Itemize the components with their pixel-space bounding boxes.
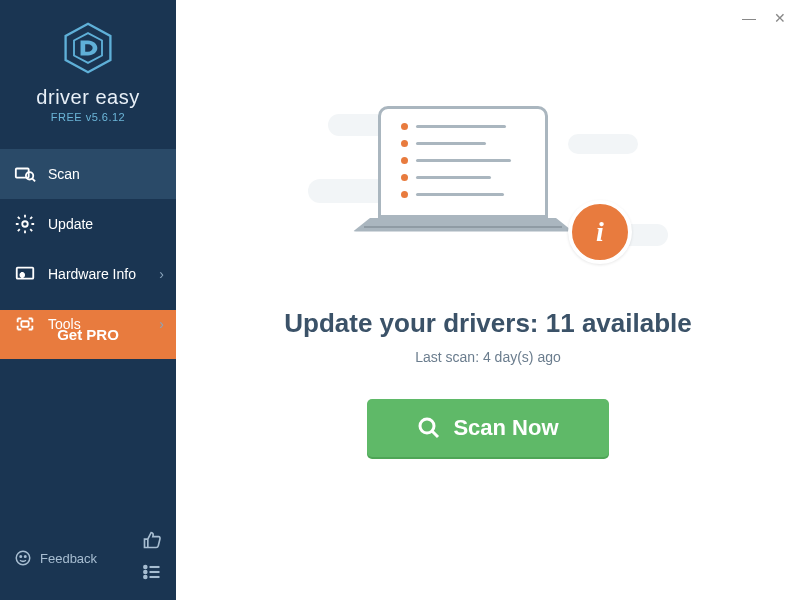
last-scan-text: Last scan: 4 day(s) ago — [415, 349, 561, 365]
list-button[interactable] — [142, 562, 162, 586]
headline: Update your drivers: 11 available — [284, 308, 692, 339]
close-button[interactable]: ✕ — [774, 10, 786, 26]
nav-item-update[interactable]: Update — [0, 199, 176, 249]
svg-point-5 — [22, 221, 28, 227]
svg-point-13 — [144, 566, 147, 569]
feedback-label: Feedback — [40, 551, 97, 566]
svg-line-20 — [432, 431, 438, 437]
main-panel: — ✕ i Update your drivers: 11 available — [176, 0, 800, 600]
svg-point-10 — [16, 551, 30, 565]
svg-text:i: i — [22, 273, 23, 278]
svg-marker-1 — [74, 33, 102, 63]
magnifier-icon — [417, 416, 441, 440]
brand-name: driver easy — [0, 86, 176, 109]
feedback-icon — [14, 549, 32, 567]
nav-label-hardware: Hardware Info — [48, 266, 159, 282]
scan-now-button[interactable]: Scan Now — [367, 399, 608, 457]
logo-area: driver easy FREE v5.6.12 — [0, 0, 176, 131]
thumbs-up-button[interactable] — [142, 530, 162, 554]
chevron-right-icon: › — [159, 316, 164, 332]
update-icon — [14, 213, 36, 235]
version-label: FREE v5.6.12 — [0, 111, 176, 123]
nav-item-hardware[interactable]: i Hardware Info › — [0, 249, 176, 299]
sidebar-footer: Feedback — [0, 520, 176, 600]
feedback-button[interactable]: Feedback — [14, 549, 97, 567]
svg-point-11 — [20, 556, 22, 558]
svg-rect-9 — [21, 321, 28, 327]
illustration: i — [318, 84, 658, 284]
chevron-right-icon: › — [159, 266, 164, 282]
thumbs-up-icon — [142, 530, 162, 550]
sidebar-nav: Scan Update i Hardware Info › — [0, 149, 176, 349]
svg-point-15 — [144, 571, 147, 574]
svg-point-19 — [420, 419, 434, 433]
window-controls: — ✕ — [742, 10, 786, 26]
list-icon — [142, 562, 162, 582]
nav-label-tools: Tools — [48, 316, 159, 332]
svg-rect-6 — [17, 268, 34, 279]
sidebar: driver easy FREE v5.6.12 Scan Update — [0, 0, 176, 600]
nav-label-update: Update — [48, 216, 164, 232]
scan-icon — [14, 163, 36, 185]
svg-marker-0 — [66, 24, 111, 73]
laptop-icon — [378, 106, 598, 232]
app-logo-icon — [60, 20, 116, 76]
minimize-button[interactable]: — — [742, 10, 756, 26]
svg-point-12 — [25, 556, 27, 558]
tools-icon — [14, 313, 36, 335]
nav-item-tools[interactable]: Tools › — [0, 299, 176, 349]
hardware-icon: i — [14, 263, 36, 285]
scan-now-label: Scan Now — [453, 415, 558, 441]
nav-item-scan[interactable]: Scan — [0, 149, 176, 199]
svg-line-4 — [32, 179, 35, 182]
info-badge-icon: i — [568, 200, 632, 264]
nav-label-scan: Scan — [48, 166, 164, 182]
svg-point-17 — [144, 576, 147, 579]
